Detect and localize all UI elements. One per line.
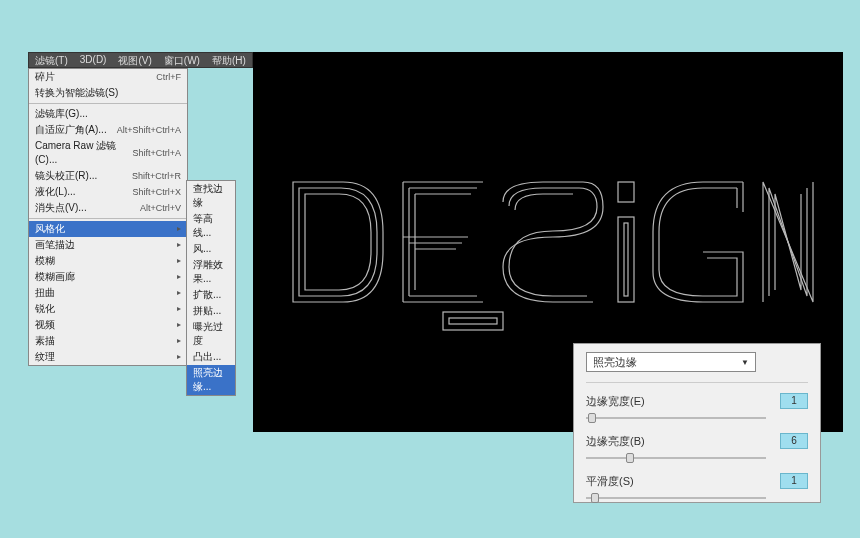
menubar-item[interactable]: 3D(D) [74, 53, 113, 67]
submenu-item[interactable]: 查找边缘 [187, 181, 235, 211]
param-row: 平滑度(S)1 [586, 473, 808, 489]
menu-item-label: 纹理 [35, 350, 55, 364]
menu-item-label: 转换为智能滤镜(S) [35, 86, 118, 100]
menu-item-label: 扭曲 [35, 286, 55, 300]
filter-menu[interactable]: 碎片Ctrl+F转换为智能滤镜(S)滤镜库(G)...自适应广角(A)...Al… [28, 68, 188, 366]
menu-shortcut: Ctrl+F [156, 70, 181, 84]
menu-item[interactable]: 纹理 [29, 349, 187, 365]
menu-item[interactable]: 模糊 [29, 253, 187, 269]
stylize-submenu[interactable]: 查找边缘等高线...风...浮雕效果...扩散...拼贴...曝光过度凸出...… [186, 180, 236, 396]
menu-shortcut: Shift+Ctrl+X [132, 185, 181, 199]
menu-item-label: 锐化 [35, 302, 55, 316]
menu-item[interactable]: 视频 [29, 317, 187, 333]
param-slider[interactable] [586, 453, 766, 463]
param-row: 边缘亮度(B)6 [586, 433, 808, 449]
menu-item[interactable]: 扭曲 [29, 285, 187, 301]
param-value-input[interactable]: 1 [780, 473, 808, 489]
menu-item-label: 滤镜库(G)... [35, 107, 88, 121]
menu-item-label: 镜头校正(R)... [35, 169, 97, 183]
menu-shortcut: Shift+Ctrl+A [132, 146, 181, 160]
menubar-item[interactable]: 帮助(H) [206, 53, 252, 67]
submenu-item[interactable]: 曝光过度 [187, 319, 235, 349]
menu-item[interactable]: 碎片Ctrl+F [29, 69, 187, 85]
menu-item[interactable]: 转换为智能滤镜(S) [29, 85, 187, 101]
param-slider[interactable] [586, 413, 766, 423]
menu-item-label: 模糊 [35, 254, 55, 268]
slider-thumb[interactable] [591, 493, 599, 503]
slider-thumb[interactable] [626, 453, 634, 463]
param-row: 边缘宽度(E)1 [586, 393, 808, 409]
menu-item-label: 风格化 [35, 222, 65, 236]
param-slider[interactable] [586, 493, 766, 503]
menu-item[interactable]: 滤镜库(G)... [29, 106, 187, 122]
menu-item[interactable]: 液化(L)...Shift+Ctrl+X [29, 184, 187, 200]
menu-item-label: 素描 [35, 334, 55, 348]
svg-rect-3 [624, 223, 628, 296]
param-value-input[interactable]: 1 [780, 393, 808, 409]
submenu-item[interactable]: 凸出... [187, 349, 235, 365]
menubar-item[interactable]: 窗口(W) [158, 53, 206, 67]
menu-item-label: Camera Raw 滤镜(C)... [35, 139, 132, 167]
menu-shortcut: Alt+Shift+Ctrl+A [117, 123, 181, 137]
svg-rect-0 [443, 312, 503, 330]
menu-item-label: 自适应广角(A)... [35, 123, 107, 137]
submenu-item[interactable]: 等高线... [187, 211, 235, 241]
slider-thumb[interactable] [588, 413, 596, 423]
menu-item[interactable]: 镜头校正(R)...Shift+Ctrl+R [29, 168, 187, 184]
svg-rect-1 [449, 318, 497, 324]
menu-item-label: 碎片 [35, 70, 55, 84]
menu-item-label: 视频 [35, 318, 55, 332]
filter-dropdown[interactable]: 照亮边缘 ▼ [586, 352, 756, 372]
menu-item-label: 画笔描边 [35, 238, 75, 252]
filter-selected: 照亮边缘 [593, 355, 637, 370]
menubar-item[interactable]: 视图(V) [112, 53, 157, 67]
param-label: 平滑度(S) [586, 474, 780, 489]
menu-item-label: 模糊画廊 [35, 270, 75, 284]
submenu-item[interactable]: 拼贴... [187, 303, 235, 319]
menu-item[interactable]: 锐化 [29, 301, 187, 317]
menu-item[interactable]: 素描 [29, 333, 187, 349]
menu-item[interactable]: Camera Raw 滤镜(C)...Shift+Ctrl+A [29, 138, 187, 168]
submenu-item[interactable]: 浮雕效果... [187, 257, 235, 287]
divider [29, 218, 187, 219]
submenu-item[interactable]: 风... [187, 241, 235, 257]
divider [586, 382, 808, 383]
menubar-item[interactable]: 滤镜(T) [29, 53, 74, 67]
chevron-down-icon: ▼ [741, 358, 749, 367]
menu-item[interactable]: 自适应广角(A)...Alt+Shift+Ctrl+A [29, 122, 187, 138]
param-label: 边缘亮度(B) [586, 434, 780, 449]
svg-rect-4 [618, 182, 634, 202]
menubar[interactable]: 滤镜(T)3D(D)视图(V)窗口(W)帮助(H) [28, 52, 253, 68]
menu-shortcut: Alt+Ctrl+V [140, 201, 181, 215]
divider [29, 103, 187, 104]
menu-item[interactable]: 画笔描边 [29, 237, 187, 253]
menu-item[interactable]: 模糊画廊 [29, 269, 187, 285]
menu-item[interactable]: 消失点(V)...Alt+Ctrl+V [29, 200, 187, 216]
filter-dialog: 照亮边缘 ▼ 边缘宽度(E)1边缘亮度(B)6平滑度(S)1 [573, 343, 821, 503]
menu-shortcut: Shift+Ctrl+R [132, 169, 181, 183]
param-label: 边缘宽度(E) [586, 394, 780, 409]
submenu-item[interactable]: 扩散... [187, 287, 235, 303]
param-value-input[interactable]: 6 [780, 433, 808, 449]
submenu-item[interactable]: 照亮边缘... [187, 365, 235, 395]
menu-item-label: 液化(L)... [35, 185, 76, 199]
menu-item-label: 消失点(V)... [35, 201, 87, 215]
menu-item[interactable]: 风格化 [29, 221, 187, 237]
svg-rect-2 [618, 217, 634, 302]
